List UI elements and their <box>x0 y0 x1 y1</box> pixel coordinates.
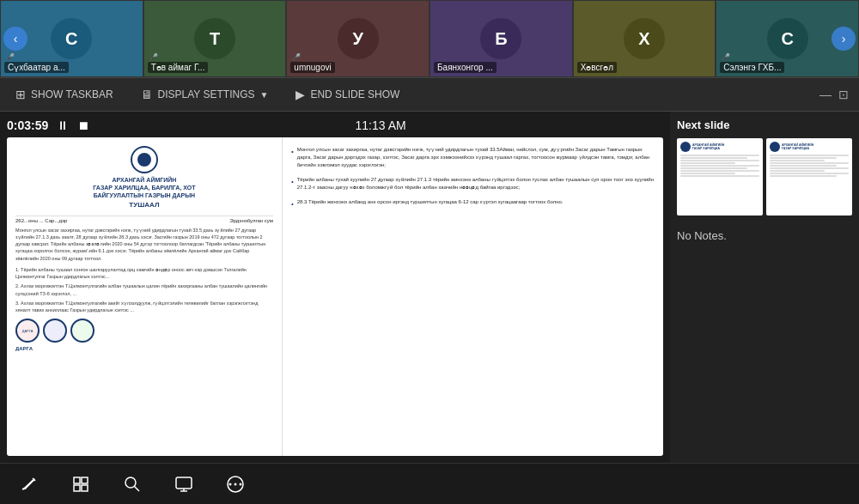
taskbar-icon: ⊞ <box>15 88 26 101</box>
mini-slide-1: АРХАНГАЙ АЙМГИЙНГАЗАР ХАРИЛЦАА <box>677 138 763 216</box>
mini-slide-2: АРХАНГАЙ АЙМГИЙНГАЗАР ХАРИЛЦАА <box>766 138 852 216</box>
nav-arrow-right[interactable]: › <box>832 27 856 51</box>
org-name-line2: ГАЗАР ХАРИЛЦАА, БАРИЛГА, ХОТ <box>15 184 273 191</box>
chevron-down-icon: ▼ <box>260 90 269 100</box>
org-name-line4: ТУШААЛ <box>15 201 273 209</box>
mini-line <box>770 175 837 177</box>
bullet-dot-1: • <box>291 147 294 169</box>
minimize-button[interactable]: — <box>819 88 832 101</box>
display-icon: 🖥 <box>141 88 153 101</box>
slide-numbered-items: 1. Тёрийн албаны тушаал сонгон шалгаруул… <box>15 266 273 314</box>
bullet-1: • Монгол улсын засаг захиргаа, нутаг дэв… <box>291 146 655 169</box>
participant-3: У umnugovi 🎤 <box>286 0 430 77</box>
avatar-1: С <box>51 18 92 59</box>
svg-point-9 <box>229 483 232 485</box>
show-taskbar-label: SHOW TASKBAR <box>31 88 113 100</box>
slide-footer-label: ДАРГА <box>15 346 273 351</box>
slide-stamps: ДАРГА <box>15 319 273 343</box>
mini-line <box>770 160 825 161</box>
svg-rect-6 <box>176 477 192 489</box>
slide-frame: АРХАНГАЙ АЙМГИЙН ГАЗАР ХАРИЛЦАА, БАРИЛГА… <box>7 137 663 456</box>
org-logo <box>131 146 158 173</box>
svg-line-5 <box>135 486 140 491</box>
mini-logo-1 <box>680 142 691 152</box>
slide-header: АРХАНГАЙ АЙМГИЙН ГАЗАР ХАРИЛЦАА, БАРИЛГА… <box>15 146 273 210</box>
display-settings-button[interactable]: 🖥 DISPLAY SETTINGS ▼ <box>136 84 274 105</box>
bullet-2: • Тёрийн албаны тухай хуулийн 27 дугаар … <box>291 176 655 191</box>
nav-arrow-left[interactable]: ‹ <box>3 27 27 51</box>
doc-ref: 262...оны ... Сар...дэр <box>15 218 67 223</box>
maximize-button[interactable]: ⊡ <box>838 88 849 101</box>
monitor-button[interactable] <box>168 469 199 500</box>
participant-label-1: Сүхбаатар а... <box>4 62 69 73</box>
stamp-2 <box>43 319 67 343</box>
mini-line <box>770 173 849 174</box>
stop-button[interactable]: ⏹ <box>77 118 89 132</box>
mini-line <box>680 173 735 174</box>
mini-line <box>770 170 825 172</box>
svg-rect-0 <box>74 477 80 483</box>
avatar-4: Б <box>480 18 521 59</box>
mini-line <box>680 170 759 172</box>
svg-point-10 <box>235 483 237 485</box>
pencil-button[interactable] <box>14 469 45 500</box>
timer-display: 0:03:59 <box>7 118 48 132</box>
bullet-dot-2: • <box>291 177 294 191</box>
slideshow-icon: ▶ <box>295 88 305 101</box>
participant-label-2: Төв аймаг Г... <box>148 62 209 73</box>
svg-rect-2 <box>74 485 80 491</box>
avatar-3: У <box>338 18 379 59</box>
svg-rect-3 <box>82 485 88 491</box>
avatar-6: С <box>767 18 808 59</box>
svg-point-4 <box>125 477 136 488</box>
slide-body-text: Монгол улсын засаг захиргаа, нутаг дэвсг… <box>15 227 273 262</box>
avatar-2: Т <box>194 18 235 59</box>
next-slide-preview: АРХАНГАЙ АЙМГИЙНГАЗАР ХАРИЛЦАА АРХАНГАЙ … <box>677 138 852 216</box>
participant-label-4: Баянхонгор ... <box>434 62 497 73</box>
participant-2: Т Төв аймаг Г... 🎤 <box>143 0 287 77</box>
mini-logo-2 <box>770 142 780 152</box>
mini-line <box>680 165 759 167</box>
bullet-dot-3: • <box>291 199 294 209</box>
mini-line <box>680 162 735 164</box>
participant-4: Б Баянхонгор ... <box>430 0 573 77</box>
toolbar: ⊞ SHOW TASKBAR 🖥 DISPLAY SETTINGS ▼ ▶ EN… <box>0 77 859 112</box>
bullet-text-3: 28.3 Тёрийн жинхэнэ албанд анх орсон ирг… <box>297 198 564 209</box>
org-name-line1: АРХАНГАЙ АЙМГИЙН <box>15 176 273 184</box>
current-time-display: 11:13 AM <box>98 118 663 132</box>
end-slideshow-label: END SLIDE SHOW <box>310 88 399 100</box>
participant-5: Х Хөвсгөл <box>573 0 716 77</box>
mic-icon-3: 🎤 <box>292 53 301 61</box>
mini-title-1: АРХАНГАЙ АЙМГИЙНГАЗАР ХАРИЛЦАА <box>692 143 724 150</box>
mini-line <box>680 175 759 177</box>
mini-line <box>770 165 837 167</box>
org-name-line3: БАЙГУУЛАЛТЫН ГАЗРЫН ДАРЫН <box>15 191 273 199</box>
mini-line <box>770 157 837 159</box>
slide-left-column: АРХАНГАЙ АЙМГИЙН ГАЗАР ХАРИЛЦАА, БАРИЛГА… <box>7 137 283 456</box>
mic-icon-6: 🎤 <box>722 53 730 61</box>
slide-panel: 0:03:59 ⏸ ⏹ 11:13 AM АРХАНГАЙ АЙМГИЙН ГА… <box>0 112 670 463</box>
more-button[interactable] <box>220 469 251 500</box>
display-settings-label: DISPLAY SETTINGS <box>158 88 255 100</box>
search-button[interactable] <box>117 469 148 500</box>
bottom-toolbar <box>0 463 859 504</box>
no-notes-label: No Notes. <box>677 229 852 242</box>
next-slide-panel: Next slide АРХАНГАЙ АЙМГИЙНГАЗАР ХАРИЛЦА… <box>670 112 859 463</box>
mic-icon-1: 🎤 <box>6 53 15 61</box>
end-slideshow-button[interactable]: ▶ END SLIDE SHOW <box>290 84 405 105</box>
mini-slide-header-2: АРХАНГАЙ АЙМГИЙНГАЗАР ХАРИЛЦАА <box>770 142 849 152</box>
svg-point-11 <box>240 483 242 485</box>
mini-line <box>770 167 849 169</box>
stamp-1: ДАРГА <box>15 319 40 343</box>
show-taskbar-button[interactable]: ⊞ SHOW TASKBAR <box>10 84 119 105</box>
doc-ref-row: 262...оны ... Сар...дэр Эрдэнэбулган сум <box>15 216 273 223</box>
pause-button[interactable]: ⏸ <box>57 118 69 132</box>
grid-button[interactable] <box>65 469 96 500</box>
mini-line <box>680 157 747 159</box>
svg-rect-1 <box>82 477 88 483</box>
sum-name: Эрдэнэбулган сум <box>229 218 273 223</box>
slide-right-column: • Монгол улсын засаг захиргаа, нутаг дэв… <box>283 137 663 456</box>
bullet-text-1: Монгол улсын засаг захиргаа, нутаг дэвсг… <box>297 146 655 169</box>
participant-label-3: umnugovi <box>290 62 334 73</box>
bullet-3: • 28.3 Тёрийн жинхэнэ албанд анх орсон и… <box>291 198 655 209</box>
